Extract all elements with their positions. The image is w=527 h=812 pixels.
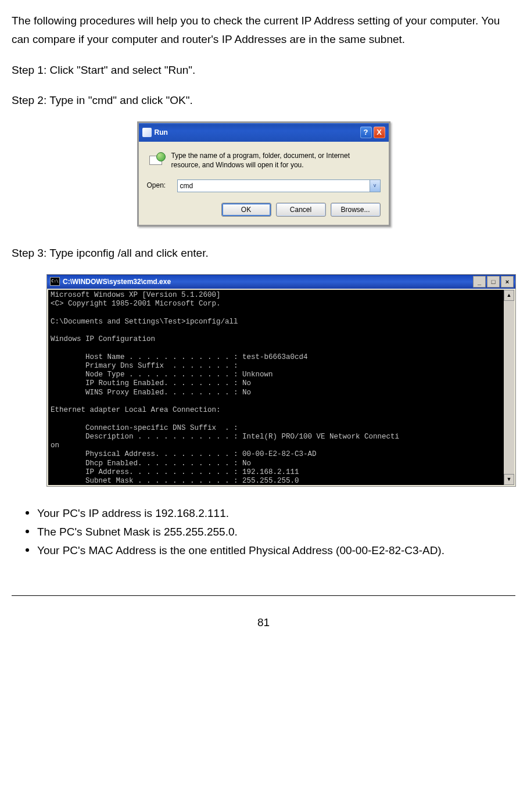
cmd-app-icon — [50, 277, 60, 286]
open-input[interactable] — [177, 179, 381, 192]
bullet-list: Your PC's IP address is 192.168.2.111. T… — [12, 504, 515, 561]
help-button[interactable]: ? — [360, 127, 372, 138]
cmd-output: Microsoft Windows XP [Version 5.1.2600] … — [48, 290, 504, 485]
list-item: The PC's Subnet Mask is 255.255.255.0. — [26, 523, 515, 541]
cancel-button[interactable]: Cancel — [276, 203, 326, 217]
browse-button[interactable]: Browse... — [331, 203, 381, 217]
cmd-title: C:\WINDOWS\system32\cmd.exe — [63, 276, 171, 288]
run-description: Type the name of a program, folder, docu… — [171, 151, 381, 170]
run-title: Run — [155, 127, 168, 138]
step-3: Step 3: Type ipconfig /all and click ent… — [12, 244, 515, 263]
run-app-icon — [142, 128, 152, 137]
intro-paragraph: The following procedures will help you t… — [12, 12, 515, 49]
open-label: Open: — [147, 179, 171, 191]
close-button[interactable]: X — [374, 127, 385, 138]
ok-button[interactable]: OK — [221, 203, 271, 217]
run-titlebar[interactable]: Run ? X — [139, 123, 389, 142]
scrollbar[interactable]: ▲ ▼ — [504, 290, 514, 485]
step-1: Step 1: Click "Start" and select "Run". — [12, 61, 515, 80]
step-2: Step 2: Type in "cmd" and click "OK". — [12, 91, 515, 110]
list-item: Your PC's IP address is 192.168.2.111. — [26, 504, 515, 523]
run-dialog: Run ? X Type the name of a program, fold… — [137, 121, 390, 226]
maximize-button[interactable]: □ — [487, 276, 500, 288]
cmd-window: C:\WINDOWS\system32\cmd.exe _ □ × Micros… — [46, 274, 516, 487]
list-item: Your PC's MAC Address is the one entitle… — [26, 541, 515, 560]
scroll-down-icon[interactable]: ▼ — [504, 474, 514, 485]
dropdown-icon[interactable]: v — [370, 180, 380, 192]
cmd-titlebar[interactable]: C:\WINDOWS\system32\cmd.exe _ □ × — [47, 275, 515, 289]
scroll-up-icon[interactable]: ▲ — [504, 290, 514, 301]
page-number: 81 — [12, 595, 515, 632]
minimize-button[interactable]: _ — [473, 276, 486, 288]
close-button[interactable]: × — [501, 276, 514, 288]
run-description-icon — [147, 151, 166, 167]
